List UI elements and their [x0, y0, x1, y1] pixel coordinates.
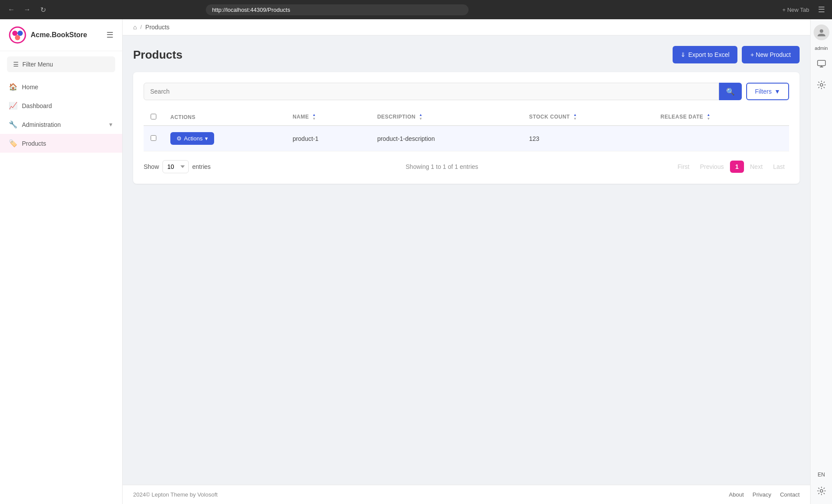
footer-contact-link[interactable]: Contact	[780, 491, 800, 498]
footer-links: About Privacy Contact	[729, 491, 800, 498]
filter-menu-button[interactable]: ☰ Filter Menu	[7, 56, 115, 72]
row-stock-cell: 123	[522, 126, 653, 151]
app-logo	[9, 26, 26, 44]
right-panel: admin EN	[810, 19, 832, 504]
last-page-button[interactable]: Last	[769, 161, 789, 173]
chevron-down-icon: ▼	[774, 88, 780, 95]
row-checkbox[interactable]	[151, 135, 156, 141]
back-button[interactable]: ←	[5, 4, 18, 16]
table-wrap: ACTIONS NAME ▲ ▼ D	[144, 109, 789, 151]
show-entries: Show 10 25 50 100 entries	[144, 160, 211, 173]
sidebar-header: Acme.BookStore ☰	[0, 19, 122, 51]
search-icon: 🔍	[726, 88, 735, 95]
select-all-checkbox[interactable]	[151, 114, 156, 119]
settings-icon-bottom[interactable]	[814, 483, 829, 499]
footer-privacy-link[interactable]: Privacy	[753, 491, 772, 498]
search-button[interactable]: 🔍	[719, 83, 742, 100]
products-table: ACTIONS NAME ▲ ▼ D	[144, 109, 789, 151]
svg-point-4	[820, 29, 823, 33]
name-sort-icons: ▲ ▼	[312, 113, 316, 121]
main-content: ⌂ / Products Products ⇓ Export to Excel …	[123, 19, 810, 504]
sidebar-nav: 🏠 Home 📈 Dashboard 🔧 Administration ▼ 🏷️…	[0, 77, 122, 153]
top-bar: ⌂ / Products	[123, 19, 810, 35]
stock-sort-icons: ▲ ▼	[573, 113, 577, 121]
previous-page-button[interactable]: Previous	[695, 161, 728, 173]
row-release-date-cell	[653, 126, 789, 151]
row-actions-cell: ⚙ Actions ▾	[163, 126, 286, 151]
col-name[interactable]: NAME ▲ ▼	[286, 109, 370, 126]
breadcrumb-separator: /	[140, 24, 141, 30]
hamburger-button[interactable]: ☰	[106, 30, 113, 40]
admin-label: admin	[815, 46, 828, 51]
app-name: Acme.BookStore	[31, 31, 87, 39]
search-input[interactable]	[144, 83, 719, 100]
page-header: Products ⇓ Export to Excel + New Product	[133, 46, 800, 63]
search-input-wrap: 🔍	[144, 83, 742, 100]
footer-about-link[interactable]: About	[729, 491, 744, 498]
next-page-button[interactable]: Next	[746, 161, 767, 173]
sidebar-item-dashboard[interactable]: 📈 Dashboard	[0, 96, 122, 115]
footer: 2024© Lepton Theme by Volosoft About Pri…	[123, 485, 810, 504]
row-checkbox-cell	[144, 126, 163, 151]
col-actions: ACTIONS	[163, 109, 286, 126]
row-description-cell: product-1-description	[370, 126, 522, 151]
entries-select[interactable]: 10 25 50 100	[162, 160, 189, 173]
release-sort-icons: ▲ ▼	[707, 113, 710, 121]
language-label[interactable]: EN	[818, 472, 825, 478]
svg-point-1	[12, 31, 18, 36]
pagination-buttons: First Previous 1 Next Last	[673, 161, 789, 173]
svg-point-2	[18, 31, 23, 36]
dropdown-arrow-icon: ▾	[205, 135, 208, 142]
search-row: 🔍 Filters ▼	[144, 83, 789, 100]
table-body: ⚙ Actions ▾ product-1 product-1-descript…	[144, 126, 789, 151]
monitor-icon[interactable]	[814, 56, 829, 72]
table-row: ⚙ Actions ▾ product-1 product-1-descript…	[144, 126, 789, 151]
showing-text: Showing 1 to 1 of 1 entries	[405, 163, 478, 170]
page-actions: ⇓ Export to Excel + New Product	[673, 46, 800, 63]
pagination-row: Show 10 25 50 100 entries Showing 1 to 1…	[144, 160, 789, 173]
col-description[interactable]: DESCRIPTION ▲ ▼	[370, 109, 522, 126]
breadcrumb-current: Products	[145, 24, 169, 31]
select-all-header	[144, 109, 163, 126]
dashboard-icon: 📈	[9, 102, 18, 110]
settings-icon-top[interactable]	[814, 77, 829, 93]
products-card: 🔍 Filters ▼	[133, 72, 800, 184]
page-title: Products	[133, 48, 183, 62]
description-sort-icons: ▲ ▼	[419, 113, 423, 121]
sidebar: Acme.BookStore ☰ ☰ Filter Menu 🏠 Home 📈 …	[0, 19, 123, 504]
col-stock-count[interactable]: STOCK COUNT ▲ ▼	[522, 109, 653, 126]
browser-menu-button[interactable]: ☰	[816, 3, 827, 16]
sidebar-item-administration[interactable]: 🔧 Administration ▼	[0, 115, 122, 134]
col-release-date[interactable]: RELEASE DATE ▲ ▼	[653, 109, 789, 126]
forward-button[interactable]: →	[21, 4, 33, 16]
svg-point-9	[820, 490, 823, 492]
new-product-button[interactable]: + New Product	[742, 46, 800, 63]
table-header: ACTIONS NAME ▲ ▼ D	[144, 109, 789, 126]
sidebar-item-products[interactable]: 🏷️ Products	[0, 134, 122, 153]
page-content: Products ⇓ Export to Excel + New Product	[123, 35, 810, 485]
actions-button[interactable]: ⚙ Actions ▾	[170, 132, 214, 145]
app-layout: Acme.BookStore ☰ ☰ Filter Menu 🏠 Home 📈 …	[0, 19, 832, 504]
svg-rect-6	[820, 66, 823, 67]
chevron-down-icon: ▼	[108, 122, 113, 128]
download-icon: ⇓	[680, 51, 686, 58]
user-icon	[817, 28, 826, 37]
gear-icon: ⚙	[176, 135, 182, 142]
svg-point-8	[820, 84, 823, 86]
export-excel-button[interactable]: ⇓ Export to Excel	[673, 46, 737, 63]
svg-rect-5	[818, 60, 825, 66]
sidebar-item-home[interactable]: 🏠 Home	[0, 77, 122, 96]
page-1-button[interactable]: 1	[730, 161, 744, 173]
filters-button[interactable]: Filters ▼	[746, 83, 789, 100]
home-icon: 🏠	[9, 83, 18, 91]
filter-icon: ☰	[13, 61, 19, 68]
administration-icon: 🔧	[9, 120, 18, 129]
svg-point-3	[15, 35, 20, 40]
reload-button[interactable]: ↻	[37, 4, 49, 16]
breadcrumb-home[interactable]: ⌂	[133, 24, 137, 31]
address-bar[interactable]	[206, 4, 469, 15]
first-page-button[interactable]: First	[673, 161, 694, 173]
row-name-cell: product-1	[286, 126, 370, 151]
admin-avatar[interactable]	[814, 24, 829, 40]
new-tab-button[interactable]: + New Tab	[779, 5, 813, 15]
